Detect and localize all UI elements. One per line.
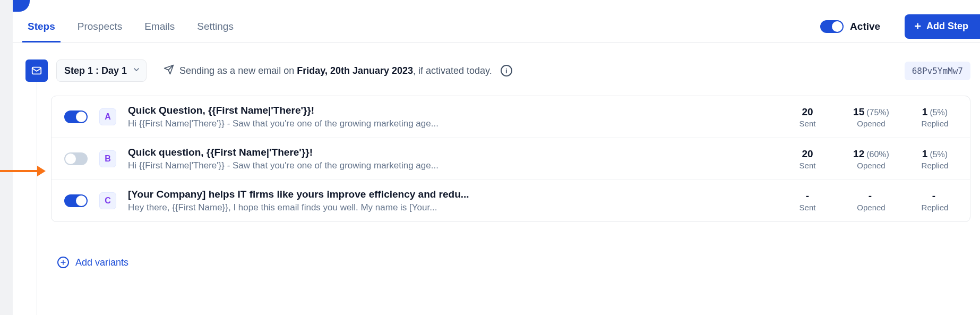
stat-opened: 15(75%) Opened [849, 106, 893, 128]
variant-badge: A [99, 108, 116, 125]
add-step-button[interactable]: + Add Step [905, 14, 980, 39]
step-selector-label: Step 1 : Day 1 [64, 65, 127, 76]
variant-row[interactable]: B Quick question, {{First Name|'There'}}… [51, 138, 970, 180]
email-step-icon [25, 59, 48, 82]
add-variants-label: Add variants [75, 257, 128, 268]
variant-text: Quick question, {{First Name|'There'}}! … [128, 147, 773, 171]
variant-stats: - Sent - Opened - Replied [785, 190, 957, 212]
stat-sent: 20 Sent [785, 148, 830, 170]
stat-replied: - Replied [913, 190, 957, 212]
step-selector[interactable]: Step 1 : Day 1 [56, 59, 147, 82]
variant-toggle[interactable] [64, 152, 88, 165]
chevron-down-icon [132, 65, 141, 76]
indicator-arrow-head [37, 166, 46, 176]
variant-title: [Your Company] helps IT firms like yours… [128, 189, 773, 200]
left-rail [0, 0, 13, 315]
variant-stats: 20 Sent 12(60%) Opened 1(5%) Replied [785, 148, 957, 170]
tab-prospects[interactable]: Prospects [78, 11, 122, 42]
timeline-rail [37, 82, 37, 315]
stat-sent: 20 Sent [785, 106, 830, 128]
sending-date: Friday, 20th January 2023 [297, 65, 413, 76]
variant-preview: Hi {{First Name|'There'}} - Saw that you… [128, 160, 773, 171]
variant-preview: Hi {{First Name|'There'}} - Saw that you… [128, 118, 773, 129]
variant-title: Quick question, {{First Name|'There'}}! [128, 147, 773, 158]
stat-replied: 1(5%) Replied [913, 106, 957, 128]
variant-badge: B [99, 150, 116, 167]
variant-toggle[interactable] [64, 194, 88, 207]
tab-bar: Steps Prospects Emails Settings Active +… [13, 11, 980, 42]
step-hash-pill[interactable]: 68Pv5YmMw7 [905, 62, 970, 80]
add-step-label: Add Step [926, 21, 968, 32]
stat-opened: 12(60%) Opened [849, 148, 893, 170]
variant-preview: Hey there, {{First Name}}, I hope this e… [128, 202, 773, 213]
send-icon [164, 64, 174, 78]
sending-suffix: , if activated today. [413, 65, 492, 76]
tabs: Steps Prospects Emails Settings [28, 11, 234, 42]
indicator-arrow [0, 166, 46, 176]
add-variants-button[interactable]: Add variants [57, 257, 128, 268]
topbar-right: Active + Add Step [820, 14, 980, 39]
plus-circle-icon [57, 257, 69, 268]
stat-replied: 1(5%) Replied [913, 148, 957, 170]
stat-opened: - Opened [849, 190, 893, 212]
variant-stats: 20 Sent 15(75%) Opened 1(5%) Replied [785, 106, 957, 128]
brand-accent [13, 0, 30, 12]
variants-list: A Quick Question, {{First Name|'There'}}… [51, 96, 970, 222]
variant-text: [Your Company] helps IT firms like yours… [128, 189, 773, 213]
step-header: Step 1 : Day 1 Sending as a new email on… [25, 59, 980, 82]
campaign-active-toggle[interactable] [820, 20, 844, 33]
indicator-arrow-line [0, 170, 37, 172]
variant-toggle[interactable] [64, 110, 88, 123]
variant-row[interactable]: C [Your Company] helps IT firms like you… [51, 180, 970, 222]
campaign-active-label: Active [850, 21, 880, 32]
tab-settings[interactable]: Settings [197, 11, 234, 42]
info-icon[interactable]: i [501, 65, 512, 76]
stat-sent: - Sent [785, 190, 830, 212]
variant-title: Quick Question, {{First Name|'There'}}! [128, 105, 773, 116]
sending-info: Sending as a new email on Friday, 20th J… [164, 64, 512, 78]
campaign-active-control: Active [820, 20, 880, 33]
variant-badge: C [99, 192, 116, 209]
sending-prefix: Sending as a new email on [179, 65, 297, 76]
variant-text: Quick Question, {{First Name|'There'}}! … [128, 105, 773, 129]
tab-steps[interactable]: Steps [28, 11, 55, 42]
tab-emails[interactable]: Emails [144, 11, 175, 42]
variant-row[interactable]: A Quick Question, {{First Name|'There'}}… [51, 96, 970, 138]
